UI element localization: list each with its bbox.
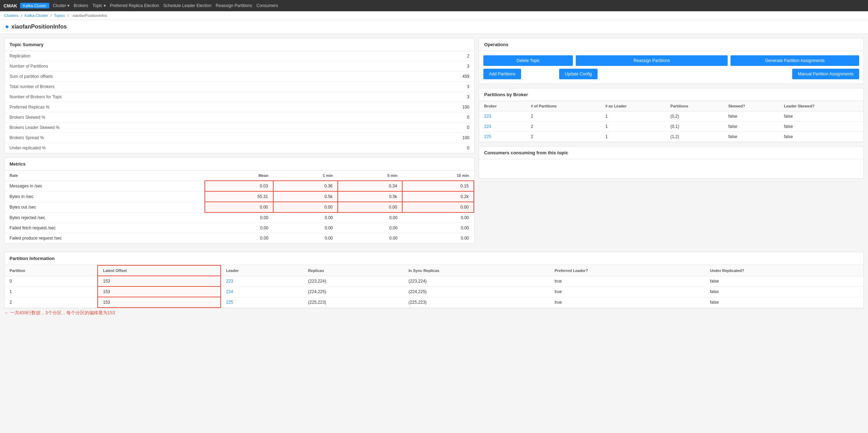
pi-partition: 2 [5, 297, 98, 308]
broker-partitions: (1,2) [666, 132, 723, 142]
broker-num-partitions: 2 [526, 111, 600, 122]
ops-row-2: Add Partitions Update Config Manual Part… [483, 69, 859, 79]
partition-info-body: Partition Latest Offset Leader Replicas … [5, 265, 863, 308]
nav-preferred-replica-election[interactable]: Preferred Replica Election [110, 3, 159, 8]
broker-col-as-leader: # as Leader [600, 101, 666, 111]
main-content: Topic Summary Replication 2Number of Par… [0, 34, 868, 252]
generate-partition-assignments-button[interactable]: Generate Partition Assignments [731, 55, 859, 66]
consumers-body [479, 159, 863, 178]
pi-leader[interactable]: 224 [221, 286, 303, 297]
summary-value: 3 [374, 92, 474, 102]
consumers-header: Consumers consuming from this topic [479, 147, 863, 159]
metric-mean: 0.03 [205, 181, 273, 191]
pi-col-latest-offset: Latest Offset [98, 265, 221, 276]
consumers-card: Consumers consuming from this topic [479, 146, 864, 179]
metrics-row: Bytes in /sec 55.31 0.5k 0.5k 0.2k [5, 191, 474, 202]
breadcrumb-kafka-cluster[interactable]: Kafka-Cluster [25, 13, 48, 18]
navbar-links: Cluster ▾ Brokers Topic ▾ Preferred Repl… [53, 3, 278, 8]
pi-col-under-replicated: Under Replicated? [705, 265, 863, 276]
summary-value: 2 [374, 51, 474, 61]
partition-info-section: Partition Information Partition Latest O… [4, 252, 864, 308]
nav-brokers[interactable]: Brokers [74, 3, 88, 8]
metric-mean: 55.31 [205, 191, 273, 202]
metric-15min: 0.00 [402, 223, 474, 233]
summary-label: Total number of Brokers [5, 82, 374, 92]
broker-leader-skewed: false [779, 122, 863, 132]
metric-1min: 0.5k [273, 191, 338, 202]
broker-skewed: false [723, 132, 779, 142]
pi-under-replicated: false [705, 286, 863, 297]
metrics-row: Messages in /sec 0.03 0.36 0.34 0.15 [5, 181, 474, 191]
breadcrumb: Clusters / Kafka-Cluster / Topics / xiao… [0, 11, 868, 20]
metric-label: Messages in /sec [5, 181, 205, 191]
metric-5min: 0.00 [338, 212, 402, 223]
metric-15min: 0.00 [402, 212, 474, 223]
metric-15min: 0.00 [402, 233, 474, 243]
manual-partition-assignments-button[interactable]: Manual Partition Assignments [792, 69, 859, 79]
summary-value: 0 [374, 143, 474, 153]
pi-in-sync: (225,223) [404, 297, 550, 308]
pi-in-sync: (223,224) [404, 276, 550, 286]
pi-partition: 1 [5, 286, 98, 297]
broker-id[interactable]: 225 [479, 132, 526, 142]
summary-label: Brokers Spread % [5, 133, 374, 143]
pi-col-in-sync: In Sync Replicas [404, 265, 550, 276]
broker-col-num-partitions: # of Partitions [526, 101, 600, 111]
metric-15min: 0.00 [402, 202, 474, 212]
broker-leader-skewed: false [779, 132, 863, 142]
consumers-empty [479, 159, 863, 178]
nav-reassign-partitions[interactable]: Reassign Partitions [216, 3, 252, 8]
breadcrumb-clusters[interactable]: Clusters [4, 13, 18, 18]
metric-label: Failed fetch request /sec [5, 223, 205, 233]
pi-under-replicated: false [705, 297, 863, 308]
nav-cluster[interactable]: Cluster ▾ [53, 3, 69, 8]
summary-row: Number of Brokers for Topic 3 [5, 92, 474, 102]
operations-body: Delete Topic Reassign Partitions Generat… [479, 51, 863, 83]
col-15min: 15 min [402, 171, 474, 181]
pi-in-sync: (224,225) [404, 286, 550, 297]
partitions-by-broker-card: Partitions by Broker Broker # of Partiti… [479, 88, 864, 142]
summary-label: Sum of partition offsets [5, 72, 374, 82]
metric-5min: 0.34 [338, 181, 402, 191]
delete-topic-button[interactable]: Delete Topic [483, 55, 573, 66]
metric-5min: 0.00 [338, 223, 402, 233]
metric-mean: 0.00 [205, 202, 273, 212]
left-column: Topic Summary Replication 2Number of Par… [4, 38, 475, 248]
summary-row: Total number of Brokers 3 [5, 82, 474, 92]
pi-latest-offset: 153 [98, 297, 221, 308]
reassign-partitions-button[interactable]: Reassign Partitions [576, 55, 728, 66]
metric-1min: 0.36 [273, 181, 338, 191]
metric-5min: 0.00 [338, 233, 402, 243]
metric-1min: 0.00 [273, 233, 338, 243]
metric-mean: 0.00 [205, 233, 273, 243]
col-rate: Rate [5, 171, 205, 181]
pi-preferred-leader: true [550, 297, 705, 308]
breadcrumb-topics[interactable]: Topics [54, 13, 65, 18]
partition-table: Partition Latest Offset Leader Replicas … [5, 265, 863, 308]
nav-topic[interactable]: Topic ▾ [92, 3, 105, 8]
metric-label: Bytes rejected /sec [5, 212, 205, 223]
cluster-badge[interactable]: Kafka-Cluster [20, 3, 49, 8]
broker-col-skewed: Skewed? [723, 101, 779, 111]
metrics-table: Rate Mean 1 min 5 min 15 min Messages in… [5, 171, 474, 243]
broker-id[interactable]: 223 [479, 111, 526, 122]
broker-as-leader: 1 [600, 111, 666, 122]
broker-col-broker: Broker [479, 101, 526, 111]
col-mean: Mean [205, 171, 273, 181]
pi-latest-offset: 153 [98, 276, 221, 286]
partitions-by-broker-header: Partitions by Broker [479, 88, 863, 101]
broker-row: 223 2 1 (0,2) false false [479, 111, 863, 122]
pi-leader[interactable]: 223 [221, 276, 303, 286]
add-partitions-button[interactable]: Add Partitions [483, 69, 521, 79]
nav-consumers[interactable]: Consumers [256, 3, 278, 8]
pi-partition: 0 [5, 276, 98, 286]
broker-id[interactable]: 224 [479, 122, 526, 132]
metrics-row: Bytes rejected /sec 0.00 0.00 0.00 0.00 [5, 212, 474, 223]
update-config-button[interactable]: Update Config [559, 69, 598, 79]
summary-value: 0 [374, 123, 474, 133]
summary-value: 100 [374, 102, 474, 112]
broker-partitions: (0,2) [666, 111, 723, 122]
nav-schedule-leader-election[interactable]: Schedule Leader Election [163, 3, 212, 8]
summary-row: Brokers Spread % 100 [5, 133, 474, 143]
pi-leader[interactable]: 225 [221, 297, 303, 308]
